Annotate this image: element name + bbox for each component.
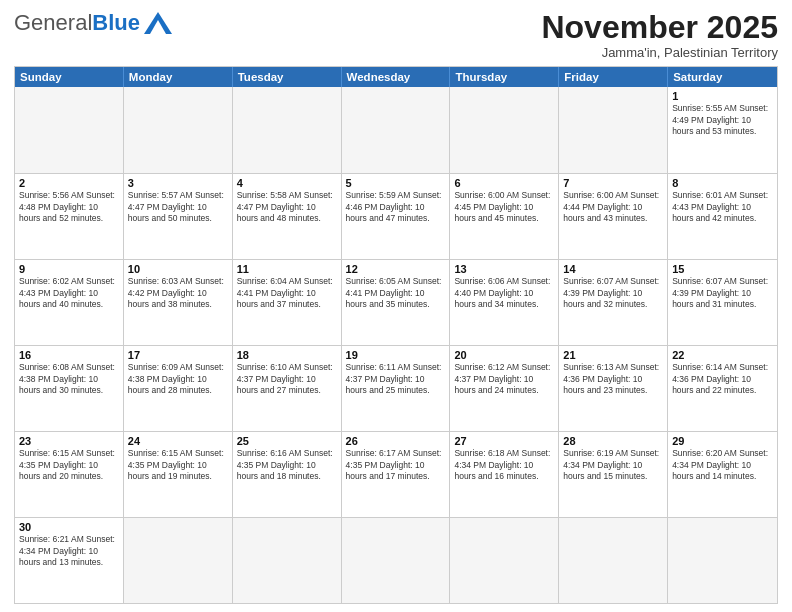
day-info: Sunrise: 6:14 AM Sunset: 4:36 PM Dayligh… — [672, 362, 773, 396]
day-info: Sunrise: 6:00 AM Sunset: 4:44 PM Dayligh… — [563, 190, 663, 224]
day-number: 13 — [454, 263, 554, 275]
day-info: Sunrise: 6:01 AM Sunset: 4:43 PM Dayligh… — [672, 190, 773, 224]
page: General Blue November 2025 Jamma'in, Pal… — [0, 0, 792, 612]
day-cell-29: 29Sunrise: 6:20 AM Sunset: 4:34 PM Dayli… — [668, 432, 777, 517]
day-number: 3 — [128, 177, 228, 189]
day-info: Sunrise: 6:21 AM Sunset: 4:34 PM Dayligh… — [19, 534, 119, 568]
day-info: Sunrise: 6:18 AM Sunset: 4:34 PM Dayligh… — [454, 448, 554, 482]
day-cell-2: 2Sunrise: 5:56 AM Sunset: 4:48 PM Daylig… — [15, 174, 124, 259]
day-cell-19: 19Sunrise: 6:11 AM Sunset: 4:37 PM Dayli… — [342, 346, 451, 431]
day-number: 2 — [19, 177, 119, 189]
day-info: Sunrise: 6:04 AM Sunset: 4:41 PM Dayligh… — [237, 276, 337, 310]
calendar: SundayMondayTuesdayWednesdayThursdayFrid… — [14, 66, 778, 604]
logo-icon — [144, 12, 172, 34]
day-cell-3: 3Sunrise: 5:57 AM Sunset: 4:47 PM Daylig… — [124, 174, 233, 259]
day-number: 21 — [563, 349, 663, 361]
day-cell-24: 24Sunrise: 6:15 AM Sunset: 4:35 PM Dayli… — [124, 432, 233, 517]
calendar-week-2: 9Sunrise: 6:02 AM Sunset: 4:43 PM Daylig… — [15, 259, 777, 345]
day-number: 14 — [563, 263, 663, 275]
day-number: 19 — [346, 349, 446, 361]
empty-cell — [124, 87, 233, 173]
day-info: Sunrise: 6:03 AM Sunset: 4:42 PM Dayligh… — [128, 276, 228, 310]
day-cell-11: 11Sunrise: 6:04 AM Sunset: 4:41 PM Dayli… — [233, 260, 342, 345]
day-cell-27: 27Sunrise: 6:18 AM Sunset: 4:34 PM Dayli… — [450, 432, 559, 517]
day-info: Sunrise: 6:11 AM Sunset: 4:37 PM Dayligh… — [346, 362, 446, 396]
day-cell-25: 25Sunrise: 6:16 AM Sunset: 4:35 PM Dayli… — [233, 432, 342, 517]
day-cell-7: 7Sunrise: 6:00 AM Sunset: 4:44 PM Daylig… — [559, 174, 668, 259]
day-info: Sunrise: 6:00 AM Sunset: 4:45 PM Dayligh… — [454, 190, 554, 224]
day-cell-22: 22Sunrise: 6:14 AM Sunset: 4:36 PM Dayli… — [668, 346, 777, 431]
day-number: 30 — [19, 521, 119, 533]
month-title: November 2025 — [541, 10, 778, 45]
header-day-saturday: Saturday — [668, 67, 777, 87]
empty-cell — [124, 518, 233, 603]
day-cell-18: 18Sunrise: 6:10 AM Sunset: 4:37 PM Dayli… — [233, 346, 342, 431]
day-number: 24 — [128, 435, 228, 447]
calendar-week-1: 2Sunrise: 5:56 AM Sunset: 4:48 PM Daylig… — [15, 173, 777, 259]
day-number: 11 — [237, 263, 337, 275]
day-cell-23: 23Sunrise: 6:15 AM Sunset: 4:35 PM Dayli… — [15, 432, 124, 517]
day-cell-21: 21Sunrise: 6:13 AM Sunset: 4:36 PM Dayli… — [559, 346, 668, 431]
empty-cell — [450, 87, 559, 173]
empty-cell — [559, 518, 668, 603]
day-cell-17: 17Sunrise: 6:09 AM Sunset: 4:38 PM Dayli… — [124, 346, 233, 431]
day-info: Sunrise: 5:55 AM Sunset: 4:49 PM Dayligh… — [672, 103, 773, 137]
logo-text: General Blue — [14, 10, 172, 36]
day-number: 29 — [672, 435, 773, 447]
day-number: 18 — [237, 349, 337, 361]
day-info: Sunrise: 6:05 AM Sunset: 4:41 PM Dayligh… — [346, 276, 446, 310]
day-cell-16: 16Sunrise: 6:08 AM Sunset: 4:38 PM Dayli… — [15, 346, 124, 431]
day-number: 6 — [454, 177, 554, 189]
day-number: 22 — [672, 349, 773, 361]
day-info: Sunrise: 5:58 AM Sunset: 4:47 PM Dayligh… — [237, 190, 337, 224]
day-number: 23 — [19, 435, 119, 447]
day-cell-30: 30Sunrise: 6:21 AM Sunset: 4:34 PM Dayli… — [15, 518, 124, 603]
calendar-week-5: 30Sunrise: 6:21 AM Sunset: 4:34 PM Dayli… — [15, 517, 777, 603]
day-cell-13: 13Sunrise: 6:06 AM Sunset: 4:40 PM Dayli… — [450, 260, 559, 345]
day-cell-15: 15Sunrise: 6:07 AM Sunset: 4:39 PM Dayli… — [668, 260, 777, 345]
day-info: Sunrise: 6:20 AM Sunset: 4:34 PM Dayligh… — [672, 448, 773, 482]
calendar-week-0: 1Sunrise: 5:55 AM Sunset: 4:49 PM Daylig… — [15, 87, 777, 173]
day-number: 25 — [237, 435, 337, 447]
day-number: 17 — [128, 349, 228, 361]
day-info: Sunrise: 6:16 AM Sunset: 4:35 PM Dayligh… — [237, 448, 337, 482]
day-cell-28: 28Sunrise: 6:19 AM Sunset: 4:34 PM Dayli… — [559, 432, 668, 517]
empty-cell — [342, 87, 451, 173]
logo-general: General — [14, 10, 92, 36]
day-info: Sunrise: 6:13 AM Sunset: 4:36 PM Dayligh… — [563, 362, 663, 396]
day-cell-6: 6Sunrise: 6:00 AM Sunset: 4:45 PM Daylig… — [450, 174, 559, 259]
day-number: 28 — [563, 435, 663, 447]
header-day-sunday: Sunday — [15, 67, 124, 87]
empty-cell — [450, 518, 559, 603]
day-number: 1 — [672, 90, 773, 102]
day-cell-12: 12Sunrise: 6:05 AM Sunset: 4:41 PM Dayli… — [342, 260, 451, 345]
day-cell-8: 8Sunrise: 6:01 AM Sunset: 4:43 PM Daylig… — [668, 174, 777, 259]
day-info: Sunrise: 6:10 AM Sunset: 4:37 PM Dayligh… — [237, 362, 337, 396]
day-cell-9: 9Sunrise: 6:02 AM Sunset: 4:43 PM Daylig… — [15, 260, 124, 345]
calendar-week-4: 23Sunrise: 6:15 AM Sunset: 4:35 PM Dayli… — [15, 431, 777, 517]
day-number: 20 — [454, 349, 554, 361]
day-info: Sunrise: 5:57 AM Sunset: 4:47 PM Dayligh… — [128, 190, 228, 224]
header-day-thursday: Thursday — [450, 67, 559, 87]
day-info: Sunrise: 6:02 AM Sunset: 4:43 PM Dayligh… — [19, 276, 119, 310]
day-info: Sunrise: 5:59 AM Sunset: 4:46 PM Dayligh… — [346, 190, 446, 224]
empty-cell — [15, 87, 124, 173]
header: General Blue November 2025 Jamma'in, Pal… — [14, 10, 778, 60]
day-number: 8 — [672, 177, 773, 189]
day-info: Sunrise: 6:12 AM Sunset: 4:37 PM Dayligh… — [454, 362, 554, 396]
day-number: 12 — [346, 263, 446, 275]
day-number: 10 — [128, 263, 228, 275]
day-number: 27 — [454, 435, 554, 447]
day-info: Sunrise: 6:09 AM Sunset: 4:38 PM Dayligh… — [128, 362, 228, 396]
day-cell-20: 20Sunrise: 6:12 AM Sunset: 4:37 PM Dayli… — [450, 346, 559, 431]
header-day-monday: Monday — [124, 67, 233, 87]
empty-cell — [342, 518, 451, 603]
day-number: 4 — [237, 177, 337, 189]
calendar-header: SundayMondayTuesdayWednesdayThursdayFrid… — [15, 67, 777, 87]
logo: General Blue — [14, 10, 172, 36]
day-info: Sunrise: 6:15 AM Sunset: 4:35 PM Dayligh… — [19, 448, 119, 482]
header-day-wednesday: Wednesday — [342, 67, 451, 87]
empty-cell — [559, 87, 668, 173]
subtitle: Jamma'in, Palestinian Territory — [541, 45, 778, 60]
day-info: Sunrise: 6:08 AM Sunset: 4:38 PM Dayligh… — [19, 362, 119, 396]
